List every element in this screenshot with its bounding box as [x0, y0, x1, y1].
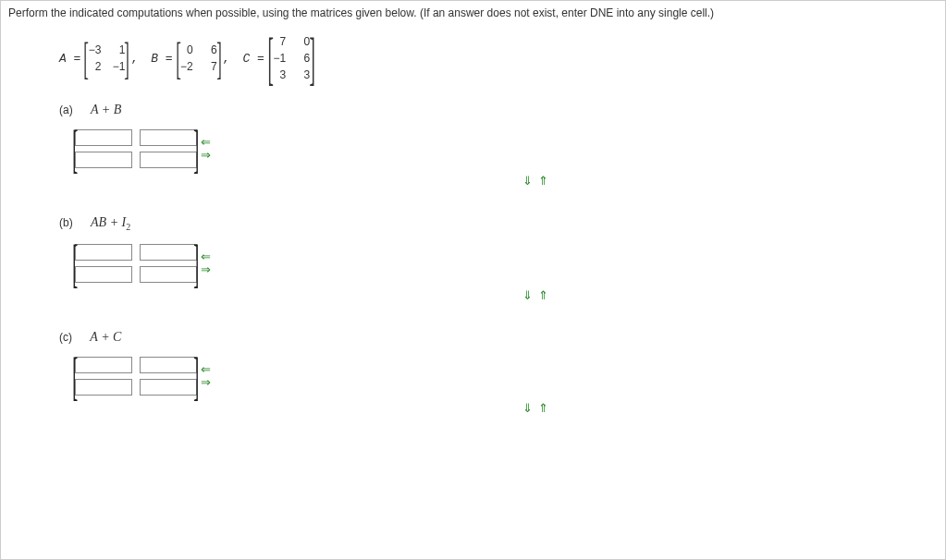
matrix-B: [ 0 6 −2 7 ] [177, 36, 221, 80]
right-bracket-icon: ] [310, 30, 315, 86]
question-container: Perform the indicated computations when … [0, 0, 946, 560]
left-bracket-icon: [ [72, 352, 78, 400]
answer-cell-c-1-0[interactable] [75, 379, 132, 396]
answer-cell-b-1-0[interactable] [75, 266, 132, 283]
instructions-text: Perform the indicated computations when … [8, 6, 938, 19]
answer-cell-a-0-0[interactable] [75, 129, 132, 146]
row-size-controls: ⇐ ⇒ [201, 251, 211, 275]
separator: , [223, 52, 230, 66]
left-bracket-icon: [ [84, 36, 90, 80]
add-row-icon[interactable]: ⇒ [201, 377, 211, 388]
remove-row-icon[interactable]: ⇐ [201, 364, 211, 375]
add-col-icon[interactable]: ⇓ [522, 174, 533, 188]
matrix-cell: 3 [273, 68, 286, 81]
matrix-C-label: C = [242, 52, 264, 66]
left-bracket-icon: [ [72, 239, 78, 287]
right-bracket-icon: ] [193, 239, 199, 287]
answer-cell-a-1-1[interactable] [140, 152, 197, 168]
answer-cell-a-0-1[interactable] [140, 129, 197, 146]
matrix-cell: −2 [180, 60, 193, 73]
matrix-cell: −3 [88, 43, 101, 56]
part-b: (b) AB + I2 [ ] ⇐ ⇒ ⇓ ⇑ [59, 215, 938, 302]
col-size-controls: ⇓ ⇑ [133, 175, 938, 188]
part-c-answer: [ ] ⇐ ⇒ [76, 352, 938, 400]
right-bracket-icon: ] [216, 36, 222, 80]
right-bracket-icon: ] [193, 125, 199, 173]
matrix-cell: 0 [180, 43, 193, 56]
part-c: (c) A + C [ ] ⇐ ⇒ ⇓ ⇑ [59, 330, 938, 415]
matrix-B-label: B = [151, 52, 172, 66]
matrix-cell: 7 [204, 60, 217, 73]
row-size-controls: ⇐ ⇒ [201, 137, 211, 161]
answer-cell-c-0-0[interactable] [75, 357, 132, 373]
matrices-definition: A = [ −3 1 2 −1 ] , B = [ 0 6 −2 7 ] , [59, 30, 938, 86]
matrix-cell: 3 [297, 68, 310, 81]
remove-col-icon[interactable]: ⇑ [538, 288, 548, 302]
matrix-cell: 6 [204, 43, 217, 56]
matrix-C: [ 7 0 −1 6 3 3 ] [268, 30, 315, 86]
add-row-icon[interactable]: ⇒ [201, 150, 211, 161]
col-size-controls: ⇓ ⇑ [133, 402, 938, 415]
answer-cell-c-0-1[interactable] [140, 357, 197, 373]
part-b-answer: [ ] ⇐ ⇒ [76, 239, 938, 287]
answer-cell-b-1-1[interactable] [140, 266, 197, 283]
right-bracket-icon: ] [193, 352, 199, 400]
matrix-A-label: A = [59, 52, 80, 66]
matrix-cell: 6 [297, 52, 310, 65]
remove-col-icon[interactable]: ⇑ [538, 174, 548, 188]
row-size-controls: ⇐ ⇒ [201, 364, 211, 388]
left-bracket-icon: [ [267, 30, 273, 86]
col-size-controls: ⇓ ⇑ [133, 289, 938, 302]
separator: , [130, 52, 138, 66]
remove-row-icon[interactable]: ⇐ [201, 251, 211, 262]
answer-cell-b-0-1[interactable] [140, 244, 197, 261]
part-a: (a) A + B [ ] ⇐ ⇒ ⇓ ⇑ [59, 103, 938, 188]
remove-col-icon[interactable]: ⇑ [538, 401, 548, 415]
matrix-cell: 2 [88, 60, 101, 73]
answer-cell-a-1-0[interactable] [75, 152, 132, 168]
answer-cell-b-0-0[interactable] [75, 244, 132, 261]
right-bracket-icon: ] [125, 36, 130, 80]
answer-cell-c-1-1[interactable] [140, 379, 197, 396]
remove-row-icon[interactable]: ⇐ [201, 137, 211, 148]
left-bracket-icon: [ [72, 125, 78, 173]
matrix-cell: 0 [297, 35, 310, 48]
add-col-icon[interactable]: ⇓ [522, 401, 533, 415]
part-b-label: (b) AB + I2 [59, 215, 938, 232]
add-row-icon[interactable]: ⇒ [201, 264, 211, 275]
matrix-cell: 7 [273, 35, 286, 48]
left-bracket-icon: [ [176, 36, 181, 80]
part-c-label: (c) A + C [59, 330, 938, 345]
part-a-answer: [ ] ⇐ ⇒ [76, 125, 938, 173]
add-col-icon[interactable]: ⇓ [522, 288, 533, 302]
matrix-cell: −1 [273, 52, 286, 65]
matrix-A: [ −3 1 2 −1 ] [84, 36, 129, 80]
part-a-label: (a) A + B [59, 103, 938, 117]
